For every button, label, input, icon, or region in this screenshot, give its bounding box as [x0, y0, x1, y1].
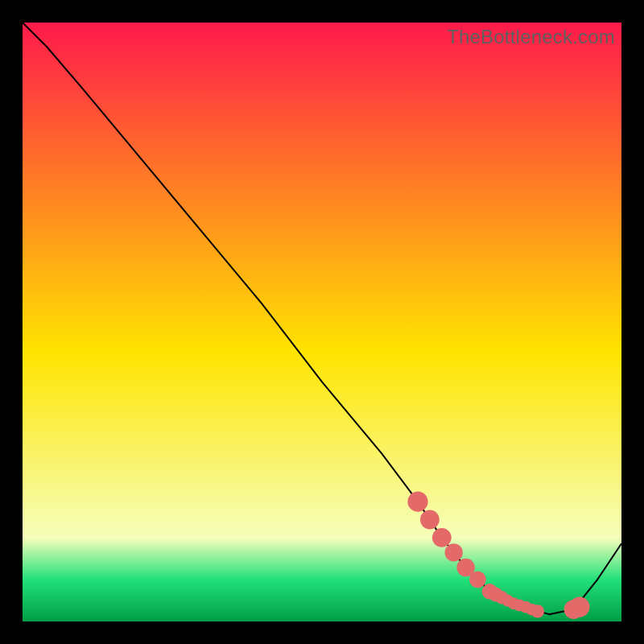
plot-area: TheBottleneck.com — [23, 23, 621, 621]
curve-marker — [531, 605, 544, 617]
curve-marker — [420, 510, 440, 530]
curve-marker — [445, 543, 463, 561]
chart-svg — [23, 23, 621, 621]
curve-marker — [407, 492, 427, 512]
curve-marker — [469, 572, 486, 588]
chart-frame: TheBottleneck.com — [0, 0, 644, 644]
curve-marker — [569, 597, 589, 617]
watermark-text: TheBottleneck.com — [447, 26, 615, 48]
gradient-bg — [23, 23, 621, 621]
curve-marker — [432, 528, 452, 547]
